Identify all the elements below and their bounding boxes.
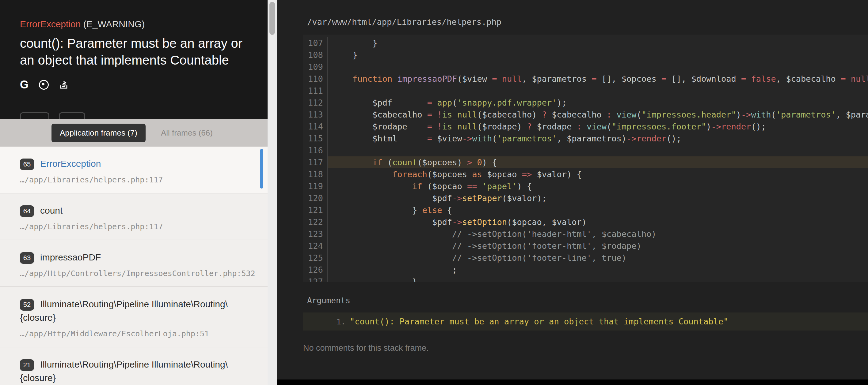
code-line-content: // ->setOption('footer-line', true): [328, 252, 868, 264]
line-number: 109: [303, 61, 328, 73]
code-line-content: if ($opcao == 'papel') {: [328, 180, 868, 192]
code-line-content: [328, 61, 868, 73]
frame-item[interactable]: 63impressaoPDF…/app/Http/Controllers/Imp…: [0, 240, 268, 287]
frame-head: 65ErrorException: [20, 157, 243, 171]
frame-name: ErrorException: [40, 159, 101, 169]
frame-head: 63impressaoPDF: [20, 251, 243, 264]
frame-name: impressaoPDF: [40, 252, 101, 262]
line-number: 124: [303, 240, 328, 252]
arguments-list: 1."count(): Parameter must be an array o…: [277, 312, 868, 330]
code-line: 120 $pdf->setPaper($valor);: [303, 192, 868, 204]
code-line-content: $pdf->setOption($opcao, $valor): [328, 216, 868, 228]
error-page: ErrorException (E_WARNING) count(): Para…: [0, 0, 868, 385]
frame-name: count: [40, 205, 63, 215]
line-number: 108: [303, 49, 328, 61]
code-line-content: if (count($opcoes) > 0) {: [328, 156, 868, 168]
code-line-content: $html = $view->with('parametros', $param…: [328, 133, 868, 144]
code-line: 123 // ->setOption('header-html', $cabec…: [303, 228, 868, 240]
tab-application-frames[interactable]: Application frames (7): [52, 124, 146, 142]
frame-index-badge: 21: [20, 359, 34, 371]
code-line: 109: [303, 61, 868, 73]
line-number: 119: [303, 180, 328, 192]
frame-path: …/app/Libraries/helpers.php:117: [20, 175, 243, 184]
frame-name: Illuminate\Routing\Pipeline Illuminate\R…: [20, 359, 228, 383]
line-number: 115: [303, 133, 328, 144]
line-number: 123: [303, 228, 328, 240]
line-number: 121: [303, 204, 328, 216]
scrollbar-thumb[interactable]: [270, 2, 275, 35]
google-icon[interactable]: G: [20, 79, 29, 90]
frames-scrollbar-thumb[interactable]: [260, 149, 263, 188]
arguments-title: Arguments: [307, 296, 868, 305]
code-line: 117 if (count($opcoes) > 0) {: [303, 156, 868, 168]
code-line-content: $rodape = !is_null($rodape) ? $rodape : …: [328, 120, 868, 133]
line-number: 125: [303, 252, 328, 264]
code-line: 122 $pdf->setOption($opcao, $valor): [303, 216, 868, 228]
exception-class: ErrorException: [20, 19, 81, 29]
header-action-button[interactable]: [20, 112, 49, 119]
code-line-content: ;: [328, 264, 868, 276]
exception-message: count(): Parameter must be an array or a…: [20, 35, 259, 69]
frame-path: …/app/Libraries/helpers.php:117: [20, 222, 243, 231]
code-line-content: // ->setOption('header-html', $cabecalho…: [328, 228, 868, 240]
line-number: 120: [303, 192, 328, 204]
code-line: 111: [303, 85, 868, 97]
code-line-content: function impressaoPDF($view = null, $par…: [328, 73, 868, 85]
line-number: 107: [303, 37, 328, 49]
stackoverflow-icon[interactable]: [59, 79, 69, 91]
code-line-content: } else {: [328, 204, 868, 216]
code-line: 114 $rodape = !is_null($rodape) ? $rodap…: [303, 120, 868, 133]
code-line: 115 $html = $view->with('parametros', $p…: [303, 133, 868, 144]
header-action-button[interactable]: [59, 112, 85, 119]
code-line-content: }: [328, 276, 868, 282]
code-viewer[interactable]: 107 }108}109110function impressaoPDF($vi…: [303, 35, 868, 282]
frame-index-badge: 65: [20, 159, 34, 170]
code-line-content: }: [328, 37, 868, 49]
exception-class-line: ErrorException (E_WARNING): [20, 19, 249, 29]
line-number: 117: [303, 156, 328, 168]
argument-item: 1."count(): Parameter must be an array o…: [303, 312, 868, 330]
code-line: 121 } else {: [303, 204, 868, 216]
tab-all-frames[interactable]: All frames (66): [161, 128, 213, 138]
frame-head: 64count: [20, 204, 243, 217]
code-panel: /var/www/html/app/Libraries/helpers.php …: [277, 0, 868, 385]
frame-item[interactable]: 52Illuminate\Routing\Pipeline Illuminate…: [0, 287, 268, 347]
line-number: 112: [303, 97, 328, 109]
code-line: 124 // ->setOption('footer-html', $rodap…: [303, 240, 868, 252]
line-number: 127: [303, 276, 328, 282]
exception-panel: ErrorException (E_WARNING) count(): Para…: [0, 0, 268, 385]
code-line-content: $cabecalho = !is_null($cabecalho) ? $cab…: [328, 109, 868, 120]
comments-note: No comments for this stack frame.: [303, 343, 868, 353]
frame-item[interactable]: 65ErrorException…/app/Libraries/helpers.…: [0, 147, 268, 194]
vertical-scrollbar[interactable]: [268, 0, 277, 385]
line-number: 113: [303, 109, 328, 120]
line-number: 126: [303, 264, 328, 276]
code-line-content: }: [328, 49, 868, 61]
globe-icon[interactable]: [39, 80, 49, 90]
exception-header: ErrorException (E_WARNING) count(): Para…: [0, 0, 268, 119]
frame-index-badge: 64: [20, 205, 34, 217]
code-line: 126 ;: [303, 264, 868, 276]
code-line-content: $pdf->setPaper($valor);: [328, 192, 868, 204]
frame-index-badge: 63: [20, 252, 34, 264]
footer-bar: [277, 380, 868, 385]
frame-name: Illuminate\Routing\Pipeline Illuminate\R…: [20, 299, 228, 322]
code-line-content: $pdf = app('snappy.pdf.wrapper');: [328, 97, 868, 109]
argument-index: 1.: [337, 318, 345, 326]
code-line: 127 }: [303, 276, 868, 282]
line-number: 114: [303, 120, 328, 133]
exception-severity: (E_WARNING): [83, 19, 145, 29]
line-number: 111: [303, 85, 328, 97]
code-line: 110function impressaoPDF($view = null, $…: [303, 73, 868, 85]
frame-item[interactable]: 21Illuminate\Routing\Pipeline Illuminate…: [0, 347, 268, 385]
code-line: 118 foreach($opcoes as $opcao => $valor)…: [303, 168, 868, 180]
code-line: 107 }: [303, 37, 868, 49]
frame-item[interactable]: 64count…/app/Libraries/helpers.php:117: [0, 194, 268, 240]
code-line: 113 $cabecalho = !is_null($cabecalho) ? …: [303, 109, 868, 120]
frame-path: …/app/Http/Middleware/EscolherLoja.php:5…: [20, 329, 243, 338]
code-line-content: [328, 85, 868, 97]
code-line: 125 // ->setOption('footer-line', true): [303, 252, 868, 264]
code-line: 112 $pdf = app('snappy.pdf.wrapper');: [303, 97, 868, 109]
argument-value: "count(): Parameter must be an array or …: [350, 317, 728, 326]
file-path: /var/www/html/app/Libraries/helpers.php: [307, 17, 868, 27]
